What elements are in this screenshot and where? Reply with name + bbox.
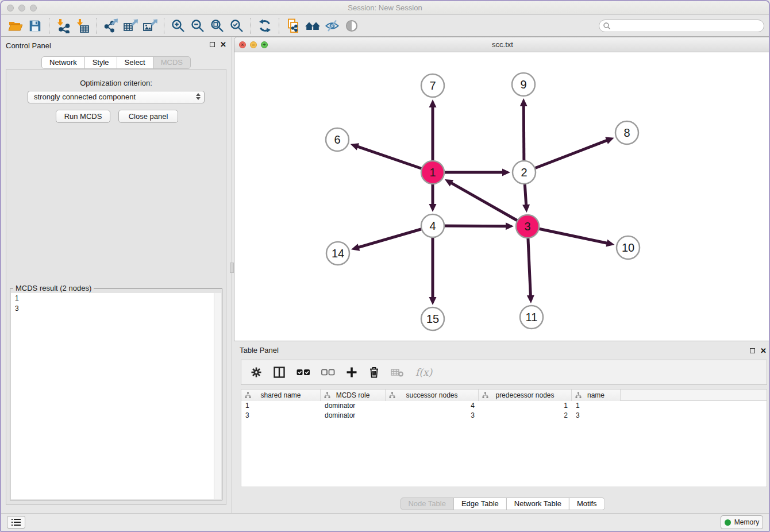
- cell-shared-name[interactable]: 1: [241, 401, 321, 411]
- close-panel-icon[interactable]: ✕: [760, 348, 767, 354]
- node-11[interactable]: 11: [520, 306, 543, 329]
- splitter-handle[interactable]: [230, 263, 234, 273]
- show-all-icon[interactable]: [342, 17, 361, 34]
- window-title: Session: New Session: [1, 3, 769, 12]
- control-panel-title: Control Panel: [6, 41, 51, 50]
- import-table-icon[interactable]: [73, 17, 93, 34]
- tab-network-table[interactable]: Network Table: [506, 498, 569, 510]
- zoom-selected-icon[interactable]: [227, 17, 247, 34]
- node-14[interactable]: 14: [326, 242, 349, 265]
- cell-name[interactable]: 3: [572, 411, 621, 421]
- cell-predecessor-nodes[interactable]: 1: [479, 401, 572, 411]
- apply-layout-icon[interactable]: [255, 17, 275, 34]
- edge-3-1[interactable]: [445, 179, 528, 226]
- edge-4-14[interactable]: [351, 226, 433, 251]
- zoom-out-icon[interactable]: [188, 17, 207, 34]
- tab-node-table[interactable]: Node Table: [400, 498, 454, 510]
- select-all-icon[interactable]: [297, 368, 310, 376]
- close-panel-icon[interactable]: ✕: [220, 41, 226, 48]
- node-10[interactable]: 10: [617, 236, 640, 259]
- column-header-predecessor-nodes[interactable]: predecessor nodes: [479, 390, 572, 401]
- edge-2-8[interactable]: [524, 137, 614, 172]
- tab-style[interactable]: Style: [84, 56, 117, 69]
- search-input[interactable]: [599, 20, 764, 32]
- delete-column-icon[interactable]: [368, 366, 380, 379]
- tab-network[interactable]: Network: [41, 56, 85, 69]
- zoom-fit-icon[interactable]: [207, 17, 227, 34]
- node-4[interactable]: 4: [421, 214, 444, 237]
- criterion-dropdown[interactable]: strongly connected component: [28, 91, 205, 103]
- memory-button[interactable]: Memory: [721, 515, 763, 529]
- node-6[interactable]: 6: [326, 128, 349, 151]
- export-network-icon[interactable]: [101, 17, 121, 34]
- tab-mcds[interactable]: MCDS: [153, 56, 191, 69]
- float-panel-icon[interactable]: [750, 348, 755, 353]
- panel-splitter[interactable]: [232, 37, 232, 513]
- delete-table-icon[interactable]: [391, 367, 405, 377]
- cell-mcds-role[interactable]: dominator: [321, 401, 386, 411]
- cell-shared-name[interactable]: 3: [241, 411, 321, 421]
- memory-status-icon: [725, 519, 731, 526]
- main-toolbar: [1, 16, 769, 37]
- control-panel: Control Panel ✕ NetworkStyleSelectMCDS O…: [1, 37, 231, 513]
- import-network-icon[interactable]: [53, 17, 73, 34]
- node-label: 7: [429, 79, 436, 92]
- node-1[interactable]: 1: [421, 161, 444, 184]
- column-header-shared-name[interactable]: shared name: [241, 390, 321, 401]
- toolbar-separator: [251, 18, 251, 34]
- float-panel-icon[interactable]: [210, 42, 215, 47]
- export-table-icon[interactable]: [121, 17, 140, 34]
- arrowhead-icon: [527, 295, 534, 303]
- function-builder-icon[interactable]: f(x): [415, 367, 432, 378]
- arrowhead-icon: [429, 297, 437, 305]
- close-panel-button[interactable]: Close panel: [118, 110, 178, 123]
- mcds-result-item[interactable]: 1: [11, 293, 221, 303]
- node-2[interactable]: 2: [513, 161, 536, 184]
- tab-select[interactable]: Select: [117, 56, 153, 69]
- hide-selected-icon[interactable]: [322, 17, 342, 34]
- edge-3-10[interactable]: [528, 226, 615, 246]
- scrollbar-track[interactable]: [214, 293, 221, 499]
- node-9[interactable]: 9: [512, 73, 535, 96]
- home-icon[interactable]: [303, 17, 322, 34]
- column-visibility-icon[interactable]: [273, 366, 286, 379]
- mcds-result-title: MCDS result (2 nodes): [13, 284, 94, 292]
- node-8[interactable]: 8: [615, 121, 638, 144]
- node-15[interactable]: 15: [421, 307, 444, 330]
- save-session-icon[interactable]: [25, 17, 45, 34]
- cell-successor-nodes[interactable]: 4: [386, 401, 479, 411]
- tab-motifs[interactable]: Motifs: [569, 498, 605, 510]
- cell-name[interactable]: 1: [572, 401, 621, 411]
- cell-successor-nodes[interactable]: 3: [386, 411, 479, 421]
- run-mcds-button[interactable]: Run MCDS: [56, 110, 110, 123]
- first-neighbors-icon[interactable]: [283, 17, 303, 34]
- node-label: 11: [526, 311, 538, 323]
- table-toolbar: f(x): [241, 360, 767, 385]
- open-file-icon[interactable]: [6, 17, 25, 34]
- arrowhead-icon: [520, 98, 528, 106]
- cell-predecessor-nodes[interactable]: 2: [479, 411, 572, 421]
- column-header-name[interactable]: name: [572, 390, 621, 401]
- table-panel-tabs: Node TableEdge TableNetwork TableMotifs: [400, 498, 605, 510]
- node-label: 15: [426, 313, 439, 325]
- mcds-result-item[interactable]: 3: [11, 303, 221, 314]
- edge-1-6[interactable]: [351, 143, 433, 172]
- add-column-icon[interactable]: [346, 367, 357, 378]
- column-header-successor-nodes[interactable]: successor nodes: [386, 390, 479, 401]
- settings-gear-icon[interactable]: [251, 367, 262, 378]
- table-row[interactable]: 1dominator411: [241, 401, 767, 411]
- task-history-button[interactable]: [7, 516, 25, 529]
- node-3[interactable]: 3: [516, 215, 539, 238]
- column-header-mcds-role[interactable]: MCDS role: [321, 390, 386, 401]
- node-7[interactable]: 7: [421, 74, 444, 97]
- deselect-all-icon[interactable]: [321, 368, 335, 376]
- network-canvas[interactable]: 7968124314101511: [234, 52, 770, 341]
- table-row[interactable]: 3dominator323: [241, 411, 767, 421]
- cell-mcds-role[interactable]: dominator: [321, 411, 386, 421]
- arrowhead-icon: [522, 205, 530, 213]
- zoom-in-icon[interactable]: [168, 17, 188, 34]
- tab-edge-table[interactable]: Edge Table: [453, 498, 507, 510]
- mcds-result-group: MCDS result (2 nodes) 13: [10, 288, 222, 500]
- export-image-icon[interactable]: [140, 17, 160, 34]
- list-icon: [11, 518, 21, 526]
